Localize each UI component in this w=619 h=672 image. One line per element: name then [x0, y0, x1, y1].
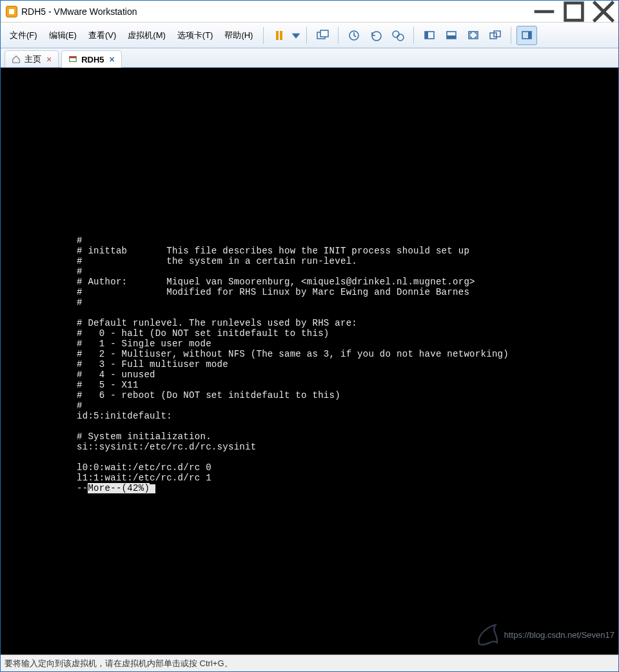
menu-edit[interactable]: 编辑(E): [44, 27, 82, 44]
window-title: RDH5 - VMware Workstation: [21, 6, 529, 17]
svg-rect-19: [494, 31, 500, 37]
fullscreen-button[interactable]: [463, 26, 484, 45]
vm-console[interactable]: # # inittab This file describes how the …: [1, 68, 618, 655]
svg-rect-14: [425, 32, 428, 39]
status-text: 要将输入定向到该虚拟机，请在虚拟机内部单击或按 Ctrl+G。: [5, 658, 233, 669]
statusbar: 要将输入定向到该虚拟机，请在虚拟机内部单击或按 Ctrl+G。: [1, 655, 618, 671]
menu-help[interactable]: 帮助(H): [219, 27, 258, 44]
svg-rect-23: [70, 57, 77, 59]
snapshot-manager-button[interactable]: [388, 26, 408, 45]
toolbar-separator: [511, 27, 511, 44]
send-ctrl-alt-del-button[interactable]: [312, 26, 333, 45]
tab-home-label: 主页: [25, 54, 41, 65]
app-icon: [6, 6, 17, 17]
tab-home-close-icon[interactable]: ×: [46, 54, 52, 64]
svg-marker-6: [292, 33, 300, 38]
toolbar-separator: [306, 27, 307, 44]
minimize-button[interactable]: [529, 1, 559, 22]
titlebar: RDH5 - VMware Workstation: [1, 1, 618, 23]
unity-button[interactable]: [485, 26, 506, 45]
view-console-button[interactable]: [419, 26, 440, 45]
svg-rect-4: [276, 31, 279, 40]
maximize-button[interactable]: [559, 1, 589, 22]
view-thumbnail-button[interactable]: [441, 26, 462, 45]
svg-rect-8: [320, 30, 328, 37]
toolbar-separator: [338, 27, 339, 44]
tab-vm[interactable]: RDH5 ×: [61, 50, 122, 68]
svg-rect-5: [280, 31, 282, 40]
svg-rect-18: [490, 33, 496, 39]
menubar: 文件(F) 编辑(E) 查看(V) 虚拟机(M) 选项卡(T) 帮助(H): [1, 23, 618, 48]
snapshot-button[interactable]: [344, 26, 364, 45]
svg-rect-16: [447, 35, 456, 39]
svg-rect-21: [528, 32, 531, 39]
menu-file[interactable]: 文件(F): [5, 27, 43, 44]
menu-view[interactable]: 查看(V): [83, 27, 121, 44]
svg-rect-1: [565, 3, 583, 20]
svg-point-12: [397, 34, 404, 41]
library-button[interactable]: [516, 26, 537, 45]
toolbar-separator: [413, 27, 414, 44]
close-button[interactable]: [589, 1, 618, 22]
terminal-output: # # inittab This file describes how the …: [1, 68, 618, 493]
tab-home[interactable]: 主页 ×: [5, 50, 59, 67]
svg-point-11: [393, 31, 399, 37]
vm-icon: [68, 55, 77, 64]
window-controls: [529, 1, 618, 22]
menu-tabs[interactable]: 选项卡(T): [172, 27, 219, 44]
tab-vm-close-icon[interactable]: ×: [110, 54, 115, 64]
power-dropdown[interactable]: [291, 26, 301, 45]
toolbar-separator: [263, 27, 264, 44]
pause-button[interactable]: [269, 26, 290, 45]
svg-point-10: [372, 32, 381, 41]
tab-vm-label: RDH5: [81, 55, 104, 64]
watermark-text: https://blog.csdn.net/Seven17: [504, 630, 614, 640]
tabbar: 主页 × RDH5 ×: [1, 48, 618, 68]
menu-vm[interactable]: 虚拟机(M): [123, 27, 171, 44]
revert-snapshot-button[interactable]: [366, 26, 386, 45]
watermark: https://blog.csdn.net/Seven17: [473, 620, 614, 650]
home-icon: [12, 55, 21, 64]
